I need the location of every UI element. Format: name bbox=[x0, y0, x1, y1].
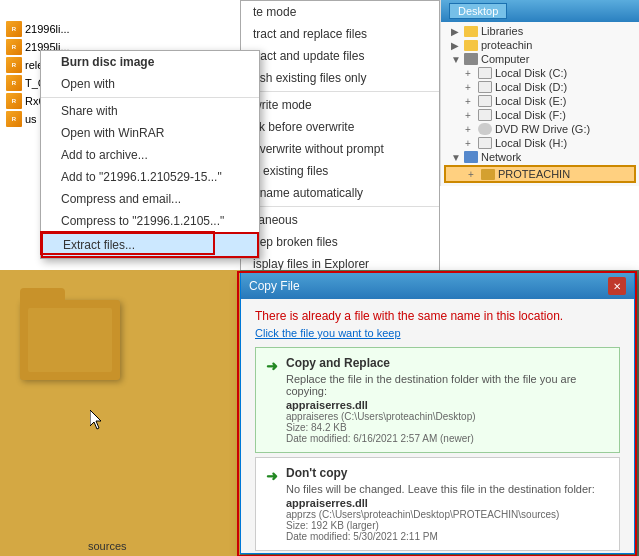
dont-copy-option[interactable]: ➜ Don't copy No files will be changed. L… bbox=[255, 457, 620, 551]
tree-item-label: Local Disk (H:) bbox=[495, 137, 567, 149]
rar-icon: R bbox=[6, 21, 22, 37]
tree-item-disk-f[interactable]: + Local Disk (F:) bbox=[443, 108, 637, 122]
tree-item-label: Local Disk (E:) bbox=[495, 95, 567, 107]
submenu-item[interactable]: p existing files bbox=[241, 160, 439, 182]
submenu-item[interactable]: esh existing files only bbox=[241, 67, 439, 89]
submenu-sep bbox=[241, 206, 439, 207]
dialog-warning: There is already a file with the same na… bbox=[255, 309, 620, 323]
drive-icon bbox=[478, 137, 492, 149]
folder-icon bbox=[481, 169, 495, 180]
drive-icon bbox=[478, 95, 492, 107]
option-arrow-icon: ➜ bbox=[266, 358, 278, 374]
bottom-left-panel: sources bbox=[0, 270, 240, 556]
drive-icon bbox=[478, 81, 492, 93]
dialog-title: Copy File bbox=[249, 279, 300, 293]
folder-inner bbox=[28, 308, 112, 372]
context-menu-add-archive[interactable]: Add to archive... bbox=[41, 144, 259, 166]
submenu-item[interactable]: ename automatically bbox=[241, 182, 439, 204]
context-menu-extract-files[interactable]: Extract files... bbox=[41, 232, 259, 258]
rar-icon: R bbox=[6, 39, 22, 55]
file-name: us bbox=[25, 113, 37, 125]
submenu-item[interactable]: tract and update files bbox=[241, 45, 439, 67]
copy-file-dialog: Copy File ✕ There is already a file with… bbox=[240, 272, 635, 554]
desktop-tab[interactable]: Desktop bbox=[449, 3, 507, 19]
network-icon bbox=[464, 151, 478, 163]
tree-item-label: DVD RW Drive (G:) bbox=[495, 123, 590, 135]
option-title: Copy and Replace bbox=[286, 356, 609, 370]
expand-icon: + bbox=[468, 169, 478, 180]
tree-item-label: Computer bbox=[481, 53, 529, 65]
dialog-subtitle[interactable]: Click the file you want to keep bbox=[255, 327, 620, 339]
submenu-item[interactable]: write mode bbox=[241, 94, 439, 116]
option-title: Don't copy bbox=[286, 466, 609, 480]
context-menu-add-named[interactable]: Add to "21996.1.210529-15..." bbox=[41, 166, 259, 188]
context-menu-compress-named[interactable]: Compress to "21996.1.2105..." bbox=[41, 210, 259, 232]
option-content: Don't copy No files will be changed. Lea… bbox=[286, 466, 609, 542]
expand-icon: + bbox=[465, 138, 475, 149]
option-arrow-icon: ➜ bbox=[266, 468, 278, 484]
option-size: Size: 192 KB (larger) bbox=[286, 520, 609, 531]
option-filename: appraiserres.dll bbox=[286, 399, 609, 411]
rar-icon: R bbox=[6, 75, 22, 91]
folder-icon bbox=[464, 40, 478, 51]
tree-item-label: Libraries bbox=[481, 25, 523, 37]
rar-icon: R bbox=[6, 111, 22, 127]
drive-icon bbox=[478, 109, 492, 121]
expand-icon: ▼ bbox=[451, 54, 461, 65]
tree-item-disk-h[interactable]: + Local Disk (H:) bbox=[443, 136, 637, 150]
tree-item-label: PROTEACHIN bbox=[498, 168, 570, 180]
submenu-item[interactable]: isplay files in Explorer bbox=[241, 253, 439, 270]
tree-item-label: Local Disk (C:) bbox=[495, 67, 567, 79]
file-row[interactable]: R 21996li... bbox=[4, 20, 236, 38]
tree-item-label: Local Disk (F:) bbox=[495, 109, 566, 121]
folder-large-icon bbox=[20, 300, 120, 380]
context-menu-compress-email[interactable]: Compress and email... bbox=[41, 188, 259, 210]
option-desc: No files will be changed. Leave this fil… bbox=[286, 483, 609, 495]
context-menu-burn-disc[interactable]: Burn disc image bbox=[41, 51, 259, 73]
dialog-body: There is already a file with the same na… bbox=[241, 299, 634, 556]
submenu-item[interactable]: eep broken files bbox=[241, 231, 439, 253]
option-content: Copy and Replace Replace the file in the… bbox=[286, 356, 609, 444]
tree-item-label: Network bbox=[481, 151, 521, 163]
submenu-sep bbox=[241, 91, 439, 92]
submenu-item[interactable]: llaneous bbox=[241, 209, 439, 231]
expand-icon: + bbox=[465, 68, 475, 79]
context-menu-sep bbox=[41, 97, 259, 98]
tree-item-proteachin[interactable]: ▶ proteachin bbox=[443, 38, 637, 52]
option-date: Date modified: 6/16/2021 2:57 AM (newer) bbox=[286, 433, 609, 444]
tree-item-label: proteachin bbox=[481, 39, 532, 51]
tree-item-proteachin-folder[interactable]: + PROTEACHIN bbox=[444, 165, 636, 183]
expand-icon: ▼ bbox=[451, 152, 461, 163]
submenu-item[interactable]: sk before overwrite bbox=[241, 116, 439, 138]
option-size: Size: 84.2 KB bbox=[286, 422, 609, 433]
rar-icon: R bbox=[6, 57, 22, 73]
drive-icon bbox=[478, 67, 492, 79]
tree-item-libraries[interactable]: ▶ Libraries bbox=[443, 24, 637, 38]
expand-icon: + bbox=[465, 110, 475, 121]
computer-icon bbox=[464, 53, 478, 65]
submenu-item[interactable]: overwrite without prompt bbox=[241, 138, 439, 160]
dialog-titlebar: Copy File ✕ bbox=[241, 273, 634, 299]
tree-item-computer[interactable]: ▼ Computer bbox=[443, 52, 637, 66]
submenu-item[interactable]: te mode bbox=[241, 1, 439, 23]
tree-item-disk-e[interactable]: + Local Disk (E:) bbox=[443, 94, 637, 108]
copy-replace-option[interactable]: ➜ Copy and Replace Replace the file in t… bbox=[255, 347, 620, 453]
context-menu: Burn disc image Open with Share with Ope… bbox=[40, 50, 260, 259]
tree-body: ▶ Libraries ▶ proteachin ▼ Computer + Lo… bbox=[441, 22, 639, 186]
option-desc: Replace the file in the destination fold… bbox=[286, 373, 609, 397]
context-menu-share[interactable]: Share with bbox=[41, 100, 259, 122]
submenu-item[interactable]: tract and replace files bbox=[241, 23, 439, 45]
tree-item-network[interactable]: ▼ Network bbox=[443, 150, 637, 164]
tree-item-disk-c[interactable]: + Local Disk (C:) bbox=[443, 66, 637, 80]
rar-icon: R bbox=[6, 93, 22, 109]
expand-icon: ▶ bbox=[451, 26, 461, 37]
expand-icon: + bbox=[465, 96, 475, 107]
sources-label: sources bbox=[88, 540, 127, 552]
context-menu-open-winrar[interactable]: Open with WinRAR bbox=[41, 122, 259, 144]
file-tree-panel: te mode tract and replace files tract an… bbox=[240, 0, 639, 270]
dialog-close-button[interactable]: ✕ bbox=[608, 277, 626, 295]
folder-icon bbox=[464, 26, 478, 37]
tree-item-disk-d[interactable]: + Local Disk (D:) bbox=[443, 80, 637, 94]
tree-item-dvd[interactable]: + DVD RW Drive (G:) bbox=[443, 122, 637, 136]
context-menu-open-with[interactable]: Open with bbox=[41, 73, 259, 95]
